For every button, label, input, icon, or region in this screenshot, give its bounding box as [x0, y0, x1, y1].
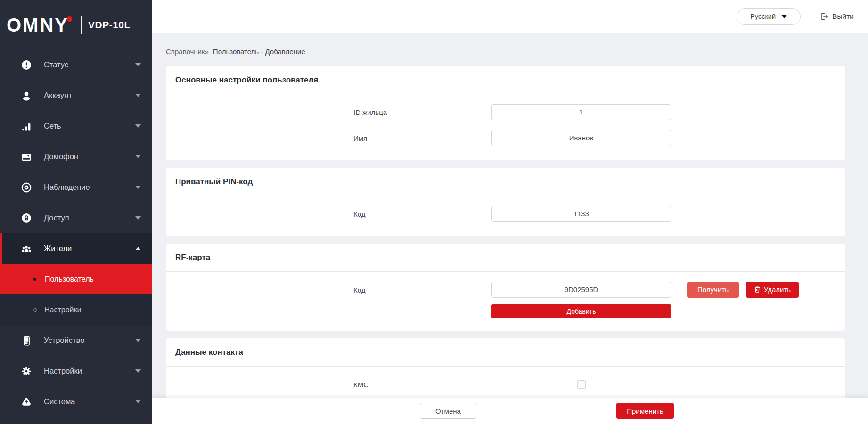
- sidebar-item-status[interactable]: Статус: [0, 49, 152, 80]
- apply-button[interactable]: Применить: [616, 403, 674, 419]
- sidebar-item-label: Доступ: [44, 213, 69, 222]
- form-row-kmc: КМС: [166, 371, 845, 397]
- sidebar-item-network[interactable]: Сеть: [0, 111, 152, 141]
- card-title: Данные контакта: [166, 338, 845, 367]
- sidebar-item-label: Система: [44, 397, 75, 406]
- add-card-button[interactable]: Добавить: [491, 304, 671, 318]
- logout-button[interactable]: Выйти: [819, 12, 854, 21]
- chevron-down-icon: [135, 216, 141, 220]
- user-icon: [21, 90, 32, 101]
- language-selected-label: Русский: [750, 13, 776, 20]
- chevron-down-icon: [135, 155, 141, 158]
- chevron-down-icon: [135, 369, 141, 373]
- card-basic-settings: Основные настройки пользователя ID жильц…: [166, 66, 845, 160]
- form-row-resident-id: ID жильца: [166, 99, 845, 125]
- sidebar-item-label: Сеть: [44, 122, 61, 130]
- sidebar: OMNY VDP-10L Статус Аккаунт: [0, 0, 152, 424]
- sidebar-item-label: Статус: [44, 60, 68, 69]
- name-input[interactable]: [491, 130, 671, 146]
- resident-id-input[interactable]: [491, 104, 671, 120]
- sidebar-item-system[interactable]: Система: [0, 386, 152, 417]
- chevron-down-icon: [135, 124, 141, 128]
- sidebar-item-label: Устройство: [44, 336, 84, 345]
- chevron-up-icon: [135, 247, 141, 250]
- alert-circle-icon: [21, 60, 32, 70]
- people-icon: [21, 244, 32, 254]
- brand-logo: OMNY VDP-10L: [0, 0, 152, 41]
- sidebar-subitem-label: Пользователь: [45, 275, 94, 284]
- gear-icon: [21, 366, 32, 376]
- sidebar-item-access[interactable]: Доступ: [0, 203, 152, 233]
- card-title: Основные настройки пользователя: [166, 66, 845, 94]
- page-content: Справочник» Пользователь - Добавление Ос…: [152, 33, 868, 424]
- sidebar-item-label: Аккаунт: [44, 91, 72, 100]
- bullet-icon: [33, 278, 36, 281]
- card-body: Код: [166, 196, 845, 236]
- pin-code-label: Код: [353, 210, 366, 218]
- resident-id-label: ID жильца: [353, 108, 387, 116]
- name-label: Имя: [353, 134, 367, 142]
- sidebar-item-label: Настройки: [44, 367, 82, 375]
- chevron-down-icon: [781, 15, 787, 18]
- main-area: Русский Выйти Справочник» Пользователь -…: [152, 0, 868, 424]
- sidebar-item-label: Домофон: [44, 152, 78, 161]
- brand-logo-dot: [67, 16, 72, 22]
- app-window: OMNY VDP-10L Статус Аккаунт: [0, 0, 868, 424]
- network-bars-icon: [21, 121, 32, 131]
- chevron-down-icon: [135, 186, 141, 189]
- intercom-photo-icon: [21, 152, 32, 162]
- sidebar-nav: Статус Аккаунт Сеть: [0, 49, 152, 417]
- footer-action-bar: Отмена Применить: [152, 398, 868, 424]
- language-selector[interactable]: Русский: [737, 8, 801, 25]
- brand-logo-text: OMNY: [7, 16, 69, 34]
- delete-card-label: Удалить: [764, 285, 791, 294]
- brand-model-label: VDP-10L: [88, 19, 131, 31]
- sidebar-item-intercom[interactable]: Домофон: [0, 141, 152, 172]
- pin-code-input[interactable]: [491, 206, 671, 222]
- card-private-pin: Приватный PIN-код Код: [166, 168, 845, 236]
- chevron-down-icon: [135, 63, 141, 66]
- card-title: Приватный PIN-код: [166, 168, 845, 196]
- device-icon: [21, 335, 32, 346]
- breadcrumb-current: Пользователь - Добавление: [213, 48, 305, 56]
- card-body: ID жильца Имя: [166, 94, 845, 160]
- breadcrumb: Справочник» Пользователь - Добавление: [166, 33, 868, 66]
- kmc-checkbox[interactable]: [577, 380, 586, 389]
- eye-icon: [21, 182, 32, 193]
- get-card-button[interactable]: Получить: [687, 282, 739, 298]
- trash-icon: [754, 286, 761, 293]
- chevron-down-icon: [135, 400, 141, 403]
- system-icon: [21, 397, 32, 407]
- lock-circle-icon: [21, 213, 32, 223]
- sidebar-subitem-label: Настройки: [44, 306, 81, 314]
- delete-card-button[interactable]: Удалить: [746, 282, 799, 298]
- sidebar-item-account[interactable]: Аккаунт: [0, 80, 152, 111]
- cancel-button[interactable]: Отмена: [420, 403, 476, 419]
- sidebar-subitem-user[interactable]: Пользователь: [0, 264, 152, 294]
- card-title: RF-карта: [166, 244, 845, 272]
- logout-icon: [819, 12, 829, 21]
- form-row-add-card: Добавить: [166, 304, 845, 321]
- chevron-down-icon: [135, 339, 141, 342]
- sidebar-item-settings[interactable]: Настройки: [0, 356, 152, 386]
- sidebar-item-label: Жители: [44, 244, 72, 253]
- brand-logo-separator: [81, 16, 82, 34]
- breadcrumb-root[interactable]: Справочник»: [166, 48, 209, 56]
- sidebar-item-device[interactable]: Устройство: [0, 325, 152, 356]
- sidebar-subitem-settings[interactable]: Настройки: [0, 294, 152, 325]
- topbar: Русский Выйти: [152, 0, 868, 33]
- rf-code-input[interactable]: [491, 282, 671, 298]
- form-row-rf-code: Код Получить Удалить: [166, 277, 845, 302]
- form-row-pin-code: Код: [166, 201, 845, 227]
- bullet-outline-icon: [33, 308, 37, 312]
- chevron-down-icon: [135, 94, 141, 97]
- form-row-name: Имя: [166, 125, 845, 151]
- card-rf-card: RF-карта Код Получить: [166, 244, 845, 331]
- sidebar-item-label: Наблюдение: [44, 183, 90, 192]
- sidebar-item-surveillance[interactable]: Наблюдение: [0, 172, 152, 203]
- sidebar-item-residents[interactable]: Жители: [0, 233, 152, 264]
- kmc-label: КМС: [353, 380, 368, 388]
- logout-label: Выйти: [832, 12, 854, 21]
- rf-code-label: Код: [353, 285, 366, 294]
- card-body: Код Получить Удалить: [166, 272, 845, 331]
